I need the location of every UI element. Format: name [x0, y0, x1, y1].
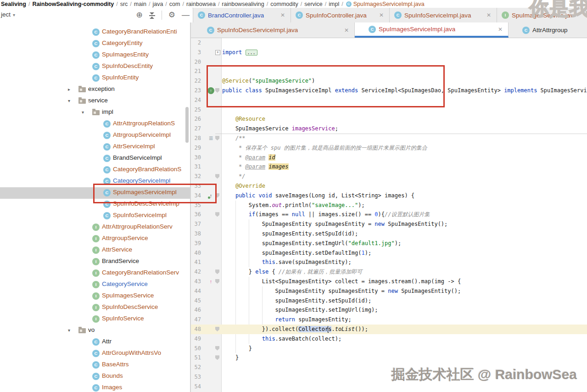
code-line-31[interactable]: 31 * @param images [191, 162, 587, 172]
breadcrumb-item[interactable]: rainbowsealiving [222, 1, 264, 7]
code-line-51[interactable]: 51 } [191, 353, 587, 363]
code-line-48[interactable]: 48 }).collect(Collectors.toList()); [191, 325, 587, 334]
code-line-32[interactable]: 32 */ [191, 172, 587, 181]
breadcrumb-item[interactable]: rainbowsea [186, 1, 216, 7]
code-line-40[interactable]: 40 spuImagesEntity.setDefaultImg(1); [191, 248, 587, 258]
tree-item-service[interactable]: ▾service [0, 95, 190, 107]
navigate-up-icon[interactable] [207, 278, 214, 285]
fold-collapse-icon[interactable] [215, 355, 219, 360]
code-line-54[interactable]: 54 [191, 382, 587, 392]
close-icon[interactable]: ✕ [336, 27, 349, 34]
code-line-26[interactable]: 26 @Resource [191, 114, 587, 124]
tree-item-AttrgroupService[interactable]: IAttrgroupService [0, 233, 190, 245]
code-line-2[interactable]: 2 [191, 38, 587, 48]
code-line-21[interactable]: 21 [191, 67, 587, 76]
tree-item-AttrAttrgroupRelationServ[interactable]: IAttrAttrgroupRelationServ [0, 222, 190, 233]
code-line-50[interactable]: 50 } [191, 344, 587, 353]
tree-item-CategoryBrandRelationServ[interactable]: ICategoryBrandRelationServ [0, 268, 190, 279]
override-marker-icon[interactable] [207, 192, 214, 199]
tab-AttrAttrgroup[interactable]: CAttrAttrgroup [509, 22, 587, 38]
tree-item-impl[interactable]: ▾impl [0, 107, 190, 118]
code-line-27[interactable]: 27 SpuImagesService imagesService; [191, 124, 587, 134]
close-icon[interactable]: ✕ [371, 12, 384, 18]
tree-item-AttrAttrgroupRelationS[interactable]: CAttrAttrgroupRelationS [0, 118, 190, 130]
code-editor[interactable]: 23+import ...202122@Service("spuImagesSe… [191, 38, 587, 392]
fold-collapse-icon[interactable] [215, 136, 219, 140]
code-line-23[interactable]: 23public class SpuImagesServiceImpl exte… [191, 86, 587, 95]
breadcrumb-current-file[interactable]: SpuImagesServiceImpl.java [353, 1, 425, 7]
chevron-expanded-icon[interactable]: ▾ [82, 110, 84, 115]
collapse-all-icon[interactable] [149, 11, 155, 19]
tree-item-CategoryServiceImpl[interactable]: CCategoryServiceImpl [0, 176, 190, 187]
fold-collapse-icon[interactable] [215, 88, 219, 93]
code-line-42[interactable]: 42 } else { //如果有，就遍历，批量添加即可 [191, 267, 587, 277]
code-line-53[interactable]: 53 [191, 372, 587, 382]
tree-item-CategoryBrandRelationEnti[interactable]: CCategoryBrandRelationEnti [0, 27, 190, 38]
tree-item-Attr[interactable]: CAttr [0, 336, 190, 348]
tree-item-BaseAttrs[interactable]: CBaseAttrs [0, 359, 190, 371]
tree-item-SpuInfoEntity[interactable]: CSpuInfoEntity [0, 73, 190, 84]
settings-gear-icon[interactable]: ⚙ [168, 11, 175, 20]
code-line-45[interactable]: 45 spuImagesEntity.setSpuId(id); [191, 296, 587, 306]
tree-item-BrandServiceImpl[interactable]: CBrandServiceImpl [0, 153, 190, 164]
code-line-35[interactable]: 35 System.out.println("saveImage..."); [191, 201, 587, 210]
code-line-29[interactable]: 29 * 保存某个 spu 的图片集，就是商品最前面的按一组图片来展示图片的集合 [191, 143, 587, 153]
code-line-33[interactable]: 33 @Override [191, 181, 587, 191]
tab-SpuImagesService.jav[interactable]: ISpuImagesService.jav [497, 8, 587, 22]
code-line-24[interactable]: 24 [191, 95, 587, 105]
tree-item-SpuInfoServiceImpl[interactable]: CSpuInfoServiceImpl [0, 210, 190, 222]
tree-item-SpuInfoDescServiceImp[interactable]: CSpuInfoDescServiceImp [0, 199, 190, 210]
breadcrumb-item[interactable]: Sealiving [1, 1, 26, 7]
breadcrumb-item[interactable]: com [169, 1, 180, 7]
tree-item-SpuImagesEntity[interactable]: CSpuImagesEntity [0, 50, 190, 61]
tree-item-SpuImagesService[interactable]: ISpuImagesService [0, 291, 190, 302]
tree-item-SpuInfoService[interactable]: ISpuInfoService [0, 314, 190, 325]
fold-collapse-icon[interactable] [215, 269, 219, 274]
code-line-43[interactable]: 43 List<SpuImagesEntity> collect = image… [191, 277, 587, 286]
tree-item-exception[interactable]: ▸exception [0, 84, 190, 95]
code-line-22[interactable]: 22@Service("spuImagesService") [191, 76, 587, 86]
breadcrumb-item[interactable]: java [152, 1, 163, 7]
code-line-38[interactable]: 38 spuImagesEntity.setSpuId(id); [191, 229, 587, 239]
chevron-collapsed-icon[interactable]: ▸ [68, 87, 70, 92]
fold-collapse-icon[interactable] [215, 193, 219, 198]
fold-collapse-icon[interactable] [215, 327, 219, 331]
tab-BrandController.java[interactable]: CBrandController.java✕ [193, 8, 291, 22]
code-line-37[interactable]: 37 SpuImagesEntity spuImagesEntity = new… [191, 219, 587, 229]
fold-collapse-icon[interactable] [215, 346, 219, 351]
tree-item-BrandService[interactable]: IBrandService [0, 256, 190, 268]
breadcrumb-item[interactable]: commodity [270, 1, 298, 7]
tree-item-CategoryBrandRelationS[interactable]: CCategoryBrandRelationS [0, 164, 190, 176]
code-line-44[interactable]: 44 SpuImagesEntity spuImagesEntity = new… [191, 286, 587, 296]
breadcrumb-item[interactable]: impl [329, 1, 339, 7]
tree-item-AttrGroupWithAttrsVo[interactable]: CAttrGroupWithAttrsVo [0, 348, 190, 359]
code-line-36[interactable]: 36 if(images == null || images.size() ==… [191, 210, 587, 219]
chevron-expanded-icon[interactable]: ▾ [68, 328, 70, 333]
tab-SpuInfoServiceImpl.java[interactable]: CSpuInfoServiceImpl.java✕ [390, 8, 497, 22]
breadcrumb-item[interactable]: RainbowSealiving-commodity [32, 1, 114, 7]
implements-marker-icon[interactable] [207, 87, 214, 94]
code-line-20[interactable]: 20 [191, 57, 587, 67]
code-line-41[interactable]: 41 this.save(spuImagesEntity); [191, 258, 587, 267]
code-line-28[interactable]: 28 /** [191, 134, 587, 143]
code-line-34[interactable]: 34 public void saveImages(Long id, List<… [191, 191, 587, 201]
close-icon[interactable]: ✕ [490, 26, 503, 33]
tree-item-SpuImagesServiceImpl[interactable]: CSpuImagesServiceImpl [0, 187, 190, 199]
tree-item-Bounds[interactable]: CBounds [0, 371, 190, 382]
project-panel-header[interactable]: ject▾ [1, 11, 15, 18]
tree-item-SpuInfoDescEntity[interactable]: CSpuInfoDescEntity [0, 61, 190, 73]
breadcrumb-item[interactable]: src [120, 1, 128, 7]
code-line-25[interactable]: 25 [191, 105, 587, 115]
code-line-47[interactable]: 47 return spuImagesEntity; [191, 315, 587, 325]
code-line-3[interactable]: 3+import ... [191, 48, 587, 57]
tree-item-Images[interactable]: CImages [0, 382, 190, 392]
fold-expand-icon[interactable]: + [215, 50, 220, 55]
fold-collapse-icon[interactable] [215, 174, 219, 179]
tree-item-AttrService[interactable]: IAttrService [0, 245, 190, 256]
chevron-expanded-icon[interactable]: ▾ [68, 98, 70, 103]
breadcrumb-item[interactable]: main [134, 1, 146, 7]
tree-item-SpuInfoDescService[interactable]: ISpuInfoDescService [0, 302, 190, 314]
javadoc-toggle-icon[interactable] [207, 135, 214, 142]
code-line-49[interactable]: 49 this.saveBatch(collect); [191, 334, 587, 344]
breadcrumb-item[interactable]: service [304, 1, 323, 7]
